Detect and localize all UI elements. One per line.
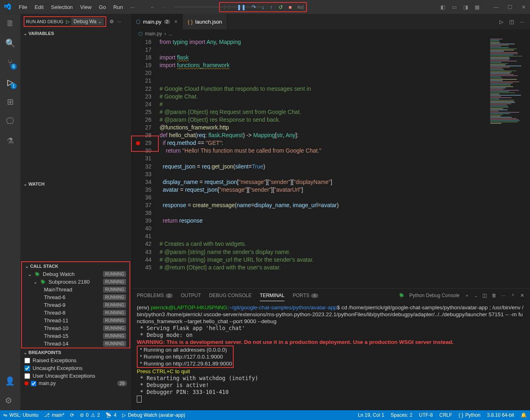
thread-row[interactable]: Thread-11RUNNING: [22, 317, 129, 324]
callstack-header[interactable]: ⌄CALL STACK: [22, 262, 129, 270]
thread-row[interactable]: Thread-8RUNNING: [22, 309, 129, 317]
line-gutter[interactable]: 1617181920212223242526272829303132333435…: [131, 38, 160, 288]
dropdown-icon[interactable]: ⌄: [474, 293, 477, 298]
minimap[interactable]: [488, 38, 530, 288]
breakpoint-toggle[interactable]: [31, 381, 36, 386]
debug-icon: ▷: [122, 412, 126, 418]
panel-tab-debug console[interactable]: DEBUG CONSOLE: [209, 290, 252, 301]
breakpoint-checkbox[interactable]: [24, 365, 30, 371]
breakpoint-file[interactable]: main.py 29: [20, 380, 131, 387]
nav-back-icon[interactable]: ←: [150, 4, 155, 10]
thread-row[interactable]: Thread-6RUNNING: [22, 293, 129, 301]
python-interpreter[interactable]: 3.8.10 64-bit: [487, 412, 514, 418]
thread-row[interactable]: Thread-15RUNNING: [22, 332, 129, 340]
panel-tab-output[interactable]: OUTPUT: [181, 290, 201, 301]
language-mode[interactable]: { }Python: [459, 412, 481, 418]
debug-status[interactable]: ▷Debug Watch (avatar-app): [122, 412, 185, 418]
variables-header[interactable]: ⌄VARIABLES: [20, 29, 131, 37]
gear-icon[interactable]: ⚙: [110, 19, 114, 24]
breakpoint-checkbox[interactable]: [24, 358, 30, 363]
layout-icon[interactable]: ◨: [463, 4, 468, 10]
run-icon[interactable]: ▷: [499, 19, 504, 25]
start-debug-icon[interactable]: ▷: [66, 19, 70, 24]
breakpoint-option[interactable]: User Uncaught Exceptions: [20, 372, 131, 380]
minimize-icon[interactable]: —: [493, 4, 499, 10]
layout-icon[interactable]: ◧: [440, 4, 445, 10]
thread-row[interactable]: Thread-10RUNNING: [22, 324, 129, 332]
encoding[interactable]: UTF-8: [419, 412, 433, 418]
new-terminal-icon[interactable]: ＋: [464, 292, 469, 299]
testing-icon[interactable]: ⚗: [5, 136, 15, 147]
more-icon[interactable]: ···: [502, 293, 506, 298]
breadcrumb[interactable]: ⬡main.py›...: [131, 29, 530, 38]
layout-icon[interactable]: ▭: [452, 4, 457, 10]
tab-launch.json[interactable]: { }launch.json: [183, 14, 227, 29]
callstack-subprocess[interactable]: ⌄🪲Subprocess 2180 RUNNING: [22, 278, 129, 286]
stop-icon[interactable]: ■: [289, 4, 292, 10]
bug-icon: 🪲: [40, 279, 46, 285]
maximize-icon[interactable]: ☐: [508, 4, 512, 10]
step-into-icon[interactable]: ↓: [262, 4, 265, 10]
sync-icon: ⟳: [70, 412, 74, 418]
indentation[interactable]: Spaces: 2: [391, 412, 412, 418]
callstack-session[interactable]: ⌄🪲Debug Watch RUNNING: [22, 270, 129, 278]
breakpoints-header[interactable]: ⌄BREAKPOINTS: [20, 348, 131, 357]
breakpoint-checkbox[interactable]: [24, 373, 30, 379]
menu-file[interactable]: File: [15, 2, 31, 12]
extensions-icon[interactable]: ⊞: [5, 97, 15, 107]
terminal-title[interactable]: Python Debug Console: [410, 293, 460, 298]
more-icon[interactable]: ···: [520, 19, 524, 25]
watch-header[interactable]: ⌄WATCH: [20, 180, 131, 188]
kill-terminal-icon[interactable]: 🗑: [492, 293, 497, 298]
remote-explorer-icon[interactable]: 🖵: [5, 116, 15, 127]
split-terminal-icon[interactable]: ◫: [482, 293, 487, 298]
thread-row[interactable]: MainThreadRUNNING: [22, 286, 129, 293]
eol[interactable]: CRLF: [439, 412, 452, 418]
problems-status[interactable]: ⊘0⚠2: [80, 412, 100, 418]
git-branch[interactable]: ⎇main*: [44, 412, 64, 418]
panel-tab-problems[interactable]: PROBLEMS2: [137, 290, 173, 301]
tab-main.py[interactable]: ⬡main.py2×: [131, 14, 183, 29]
panel-tab-ports[interactable]: PORTS4: [293, 290, 318, 301]
run-debug-icon[interactable]: ▷1: [5, 77, 15, 88]
close-window-icon[interactable]: ✕: [521, 4, 526, 10]
panel-tab-terminal[interactable]: TERMINAL: [260, 290, 285, 301]
menu-···[interactable]: ···: [127, 2, 138, 12]
source-control-icon[interactable]: ⑂5: [5, 58, 15, 68]
menu-view[interactable]: View: [77, 2, 95, 12]
notifications-icon[interactable]: 🔔: [521, 412, 527, 418]
thread-row[interactable]: Thread-14RUNNING: [22, 340, 129, 348]
thread-row[interactable]: Thread-9RUNNING: [22, 301, 129, 309]
split-editor-icon[interactable]: ◫: [509, 19, 514, 25]
menu-run[interactable]: Run: [110, 2, 126, 12]
remote-icon: ⇋: [3, 412, 7, 418]
ports-status[interactable]: 📡4: [105, 412, 116, 418]
code-editor[interactable]: from typing import Any, Mapping import f…: [160, 38, 488, 288]
restart-icon[interactable]: ↺: [278, 4, 283, 10]
sync-button[interactable]: ⟳: [70, 412, 74, 418]
terminal[interactable]: (env) pierrick@LAPTOP-HKU5PNNG:~/git/goo…: [131, 302, 530, 410]
menu-edit[interactable]: Edit: [31, 2, 47, 12]
layout-icon[interactable]: ▦: [475, 4, 480, 10]
maximize-panel-icon[interactable]: ＾: [510, 292, 515, 299]
cursor-position[interactable]: Ln 19, Col 1: [358, 412, 384, 418]
step-over-icon[interactable]: ↷: [252, 4, 256, 10]
step-out-icon[interactable]: ↑: [270, 4, 273, 10]
close-tab-icon[interactable]: ×: [174, 18, 177, 25]
breakpoint-option[interactable]: Raised Exceptions: [20, 357, 131, 364]
accounts-icon[interactable]: 👤: [5, 376, 15, 387]
debug-config-select[interactable]: Debug Wa⌄: [71, 18, 104, 25]
settings-gear-icon[interactable]: ⚙: [5, 396, 15, 406]
explorer-icon[interactable]: 🗎: [5, 19, 15, 29]
menu-go[interactable]: Go: [96, 2, 109, 12]
search-icon[interactable]: 🔍: [5, 38, 15, 49]
menu-selection[interactable]: Selection: [48, 2, 76, 12]
pause-icon[interactable]: ❚❚: [237, 4, 246, 10]
more-icon[interactable]: ···: [117, 19, 121, 24]
breakpoint-option[interactable]: Uncaught Exceptions: [20, 364, 131, 372]
nav-fwd-icon[interactable]: →: [160, 4, 166, 10]
drag-handle-icon[interactable]: ⋮⋮: [222, 4, 231, 10]
remote-indicator[interactable]: ⇋WSL: Ubuntu: [3, 412, 38, 418]
close-panel-icon[interactable]: ✕: [520, 293, 524, 298]
bug-icon: 🪲: [34, 271, 40, 277]
